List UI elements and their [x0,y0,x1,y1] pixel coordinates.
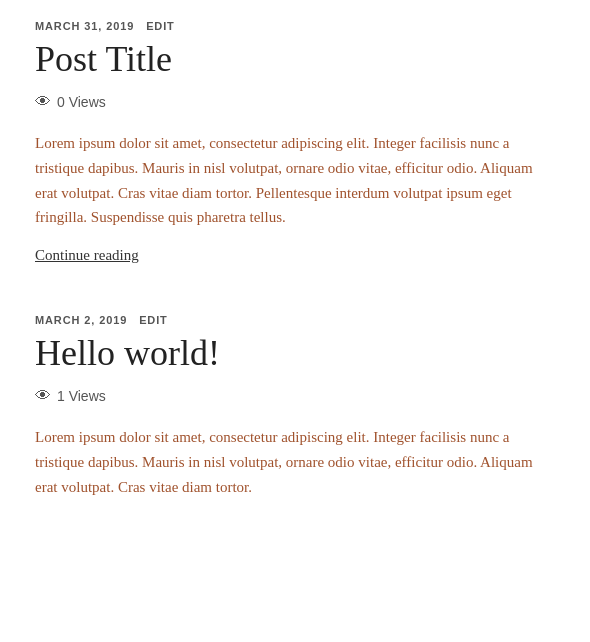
post-views-count-2: 1 Views [57,388,106,404]
post-edit-link-2[interactable]: Edit [139,314,168,326]
post-date-1: March 31, 2019 [35,20,134,32]
post-views-count-1: 0 Views [57,94,106,110]
post-item-1: March 31, 2019 Edit Post Title 👁 0 Views… [35,20,555,274]
post-excerpt-1: Lorem ipsum dolor sit amet, consectetur … [35,131,555,230]
post-views-1: 👁 0 Views [35,93,555,111]
blog-feed: March 31, 2019 Edit Post Title 👁 0 Views… [35,20,555,500]
post-title-1[interactable]: Post Title [35,38,555,81]
post-meta-1: March 31, 2019 Edit [35,20,555,32]
eye-icon-2: 👁 [35,387,51,405]
post-title-2[interactable]: Hello world! [35,332,555,375]
eye-icon-1: 👁 [35,93,51,111]
post-excerpt-2: Lorem ipsum dolor sit amet, consectetur … [35,425,555,499]
continue-reading-link-1[interactable]: Continue reading [35,247,139,264]
post-views-2: 👁 1 Views [35,387,555,405]
post-edit-link-1[interactable]: Edit [146,20,175,32]
post-meta-2: March 2, 2019 Edit [35,314,555,326]
post-item-2: March 2, 2019 Edit Hello world! 👁 1 View… [35,314,555,499]
post-date-2: March 2, 2019 [35,314,127,326]
